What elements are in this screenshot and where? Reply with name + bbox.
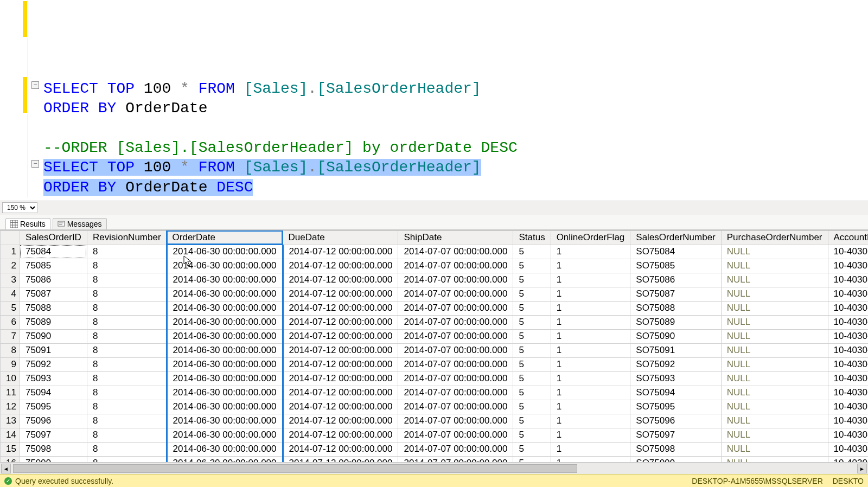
code-region-toggle[interactable]: − (31, 81, 39, 89)
scroll-thumb[interactable] (13, 464, 577, 473)
results-cell[interactable]: NULL (721, 343, 828, 357)
results-col-header[interactable]: SalesOrderID (20, 230, 87, 245)
results-cell[interactable]: NULL (721, 400, 828, 414)
results-cell[interactable]: 75093 (20, 371, 87, 386)
results-rownum-cell[interactable]: 10 (1, 371, 20, 386)
code-region-toggle[interactable]: − (31, 160, 39, 168)
results-cell[interactable]: 1 (551, 329, 630, 343)
results-cell[interactable]: SO75089 (630, 315, 721, 329)
table-row[interactable]: 67508982014-06-30 00:00:00.0002014-07-12… (1, 315, 869, 329)
results-cell[interactable]: 5 (513, 245, 551, 259)
results-cell[interactable]: 5 (513, 273, 551, 287)
results-cell[interactable]: 10-4030-011794 (828, 287, 868, 301)
table-row[interactable]: 97509282014-06-30 00:00:00.0002014-07-12… (1, 357, 869, 371)
results-cell[interactable]: 8 (87, 442, 167, 456)
results-cell[interactable]: 8 (87, 245, 167, 259)
results-cell[interactable]: 2014-06-30 00:00:00.000 (167, 386, 283, 400)
results-cell[interactable]: NULL (721, 301, 828, 315)
results-cell[interactable]: 2014-07-07 00:00:00.000 (398, 259, 513, 273)
results-cell[interactable]: 8 (87, 357, 167, 371)
results-cell[interactable]: SO75092 (630, 357, 721, 371)
results-rownum-cell[interactable]: 14 (1, 428, 20, 442)
sql-editor[interactable]: −SELECT TOP 100 * FROM [Sales].[SalesOrd… (0, 0, 868, 201)
results-cell[interactable]: NULL (721, 315, 828, 329)
results-cell[interactable]: 2014-06-30 00:00:00.000 (167, 414, 283, 428)
results-cell[interactable]: 5 (513, 428, 551, 442)
results-cell[interactable]: 10-4030-011287 (828, 414, 868, 428)
results-cell[interactable]: 75098 (20, 442, 87, 456)
table-row[interactable]: 107509382014-06-30 00:00:00.0002014-07-1… (1, 371, 869, 386)
results-cell[interactable]: SO75095 (630, 400, 721, 414)
results-cell[interactable]: 75097 (20, 428, 87, 442)
results-cell[interactable]: 8 (87, 400, 167, 414)
results-cell[interactable]: 5 (513, 315, 551, 329)
results-cell[interactable]: 5 (513, 371, 551, 386)
results-cell[interactable]: SO75098 (630, 442, 721, 456)
results-cell[interactable]: 2014-07-12 00:00:00.000 (283, 273, 398, 287)
results-cell[interactable]: NULL (721, 414, 828, 428)
table-row[interactable]: 157509882014-06-30 00:00:00.0002014-07-1… (1, 442, 869, 456)
results-cell[interactable]: 2014-07-07 00:00:00.000 (398, 357, 513, 371)
results-cell[interactable]: 10-4030-019585 (828, 315, 868, 329)
results-cell[interactable]: 75085 (20, 259, 87, 273)
results-rownum-cell[interactable]: 13 (1, 414, 20, 428)
results-cell[interactable]: 1 (551, 315, 630, 329)
results-cell[interactable]: SO75084 (630, 245, 721, 259)
results-cell[interactable]: 2014-06-30 00:00:00.000 (167, 315, 283, 329)
results-cell[interactable]: 2014-07-07 00:00:00.000 (398, 315, 513, 329)
results-cell[interactable]: 2014-07-07 00:00:00.000 (398, 428, 513, 442)
results-cell[interactable]: 1 (551, 273, 630, 287)
results-cell[interactable]: 8 (87, 386, 167, 400)
results-cell[interactable]: 1 (551, 343, 630, 357)
results-cell[interactable]: 2014-06-30 00:00:00.000 (167, 442, 283, 456)
table-row[interactable]: 137509682014-06-30 00:00:00.0002014-07-1… (1, 414, 869, 428)
results-cell[interactable]: NULL (721, 428, 828, 442)
results-cell[interactable]: SO75086 (630, 273, 721, 287)
results-cell[interactable]: 75099 (20, 456, 87, 462)
results-cell[interactable]: SO75096 (630, 414, 721, 428)
results-cell[interactable]: SO75087 (630, 287, 721, 301)
results-rownum-cell[interactable]: 6 (1, 315, 20, 329)
results-cell[interactable]: 1 (551, 259, 630, 273)
results-cell[interactable]: 2014-07-12 00:00:00.000 (283, 386, 398, 400)
results-cell[interactable]: 8 (87, 315, 167, 329)
results-cell[interactable]: 1 (551, 357, 630, 371)
results-cell[interactable]: 10-4030-011657 (828, 400, 868, 414)
results-cell[interactable]: 5 (513, 287, 551, 301)
results-cell[interactable]: SO75085 (630, 259, 721, 273)
results-cell[interactable]: 10-4030-011927 (828, 259, 868, 273)
results-cell[interactable]: 5 (513, 442, 551, 456)
table-row[interactable]: 27508582014-06-30 00:00:00.0002014-07-12… (1, 259, 869, 273)
zoom-select[interactable]: 150 % (2, 202, 37, 213)
results-cell[interactable]: 2014-07-12 00:00:00.000 (283, 400, 398, 414)
table-row[interactable]: 127509582014-06-30 00:00:00.0002014-07-1… (1, 400, 869, 414)
results-cell[interactable]: 2014-06-30 00:00:00.000 (167, 456, 283, 462)
table-row[interactable]: 17508482014-06-30 00:00:00.0002014-07-12… (1, 245, 869, 259)
tab-results[interactable]: Results (5, 218, 50, 229)
results-cell[interactable]: 5 (513, 343, 551, 357)
results-cell[interactable]: 75089 (20, 315, 87, 329)
results-cell[interactable]: 75092 (20, 357, 87, 371)
table-row[interactable]: 117509482014-06-30 00:00:00.0002014-07-1… (1, 386, 869, 400)
results-cell[interactable]: 75088 (20, 301, 87, 315)
results-cell[interactable]: 2014-07-12 00:00:00.000 (283, 301, 398, 315)
results-rownum-cell[interactable]: 11 (1, 386, 20, 400)
results-cell[interactable]: 8 (87, 273, 167, 287)
results-cell[interactable]: 2014-07-12 00:00:00.000 (283, 245, 398, 259)
results-cell[interactable]: 2014-07-07 00:00:00.000 (398, 400, 513, 414)
tab-messages[interactable]: Messages (53, 218, 107, 229)
results-cell[interactable]: 2014-07-12 00:00:00.000 (283, 329, 398, 343)
results-cell[interactable]: 2014-06-30 00:00:00.000 (167, 400, 283, 414)
results-cell[interactable]: 8 (87, 343, 167, 357)
results-cell[interactable]: 2014-07-12 00:00:00.000 (283, 259, 398, 273)
results-cell[interactable]: 10-4030-023381 (828, 442, 868, 456)
results-cell[interactable]: 8 (87, 287, 167, 301)
results-cell[interactable]: 1 (551, 400, 630, 414)
results-cell[interactable]: 2014-07-12 00:00:00.000 (283, 343, 398, 357)
results-cell[interactable]: 8 (87, 329, 167, 343)
results-cell[interactable]: NULL (721, 442, 828, 456)
results-cell[interactable]: NULL (721, 287, 828, 301)
results-cell[interactable]: 2014-06-30 00:00:00.000 (167, 301, 283, 315)
results-cell[interactable]: SO75097 (630, 428, 721, 442)
results-cell[interactable]: 75084 (20, 245, 87, 259)
